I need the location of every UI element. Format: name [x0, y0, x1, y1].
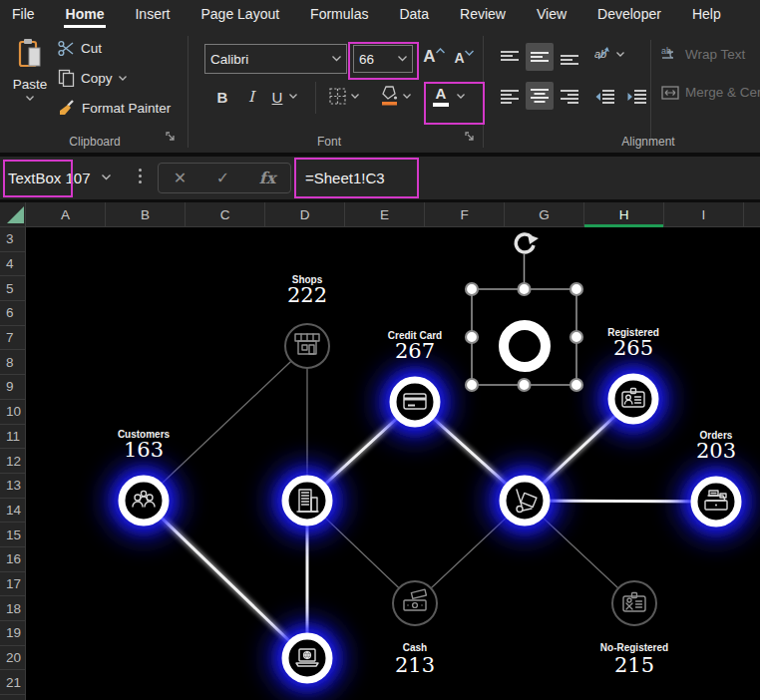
align-right-button[interactable]: [557, 84, 582, 110]
wrap-text-button[interactable]: ab Wrap Text: [661, 46, 745, 62]
font-size-combo[interactable]: 66: [353, 45, 413, 73]
selection-handle[interactable]: [519, 379, 531, 391]
fill-color-button[interactable]: [379, 84, 399, 108]
merge-center-button[interactable]: Merge & Center: [661, 85, 760, 100]
name-box[interactable]: TextBox 107: [8, 157, 91, 199]
orientation-dropdown-icon[interactable]: [616, 52, 624, 57]
row-header-15[interactable]: 15: [0, 523, 26, 547]
row-header-21[interactable]: 21: [0, 670, 26, 695]
node-registered[interactable]: [605, 371, 661, 427]
name-box-dropdown-icon[interactable]: [102, 175, 111, 180]
decrease-indent-button[interactable]: [592, 84, 616, 110]
formula-bar-options-icon[interactable]: [139, 169, 142, 183]
fill-color-dropdown-icon[interactable]: [403, 94, 411, 99]
node-company[interactable]: [279, 473, 335, 528]
font-dialog-launcher-icon[interactable]: [465, 129, 476, 147]
node-online[interactable]: [279, 630, 335, 686]
row-header-16[interactable]: 16: [0, 547, 26, 572]
node-credit_card[interactable]: [387, 374, 443, 430]
increase-font-size-button[interactable]: A: [421, 42, 447, 72]
cut-button[interactable]: Cut: [58, 40, 102, 57]
selection-handle[interactable]: [570, 283, 582, 295]
row-header-13[interactable]: 13: [0, 474, 26, 499]
middle-align-button[interactable]: [526, 43, 554, 71]
selection-handle[interactable]: [466, 331, 478, 343]
font-size-dropdown-icon[interactable]: [398, 56, 407, 62]
orientation-button[interactable]: ab: [594, 46, 624, 62]
row-header-10[interactable]: 10: [0, 400, 26, 425]
selection-handle[interactable]: [570, 379, 582, 391]
column-header-F[interactable]: F: [425, 202, 505, 226]
rotate-handle-icon[interactable]: [516, 234, 539, 252]
row-header-7[interactable]: 7: [0, 326, 26, 351]
paste-dropdown-icon[interactable]: [26, 96, 34, 101]
font-name-dropdown-icon[interactable]: [332, 56, 341, 62]
tab-insert[interactable]: Insert: [135, 6, 170, 22]
row-header-9[interactable]: 9: [0, 375, 26, 400]
paste-button[interactable]: Paste: [8, 38, 52, 134]
tab-home[interactable]: Home: [66, 6, 105, 22]
node-orders[interactable]: [688, 474, 744, 529]
borders-button[interactable]: [327, 86, 347, 106]
tab-data[interactable]: Data: [399, 6, 429, 22]
clipboard-dialog-launcher-icon[interactable]: [166, 129, 177, 147]
row-header-22[interactable]: 22: [0, 695, 26, 700]
tab-file[interactable]: File: [12, 6, 35, 22]
column-header-E[interactable]: E: [345, 202, 425, 226]
chart-canvas[interactable]: Shops222Credit Card267Registered265Custo…: [26, 227, 760, 700]
font-color-dropdown-icon[interactable]: [457, 94, 465, 99]
underline-button[interactable]: U: [267, 84, 287, 110]
column-header-H[interactable]: H: [584, 202, 664, 226]
selection-handle[interactable]: [570, 331, 582, 343]
align-center-button[interactable]: [526, 82, 554, 110]
font-color-button[interactable]: A: [431, 82, 451, 110]
row-header-19[interactable]: 19: [0, 621, 26, 646]
selection-handle[interactable]: [466, 379, 478, 391]
align-left-button[interactable]: [497, 84, 523, 110]
increase-indent-button[interactable]: [624, 84, 648, 110]
column-header-A[interactable]: A: [26, 202, 106, 226]
row-header-12[interactable]: 12: [0, 449, 26, 474]
cancel-button[interactable]: ✕: [174, 169, 187, 187]
node-delivery[interactable]: [497, 473, 553, 528]
row-header-3[interactable]: 3: [0, 227, 26, 252]
column-header-D[interactable]: D: [265, 202, 345, 226]
copy-dropdown-icon[interactable]: [119, 76, 127, 81]
enter-button[interactable]: ✓: [216, 169, 229, 187]
row-header-6[interactable]: 6: [0, 301, 26, 326]
node-customers[interactable]: [116, 473, 172, 528]
tab-help[interactable]: Help: [692, 6, 721, 22]
bottom-align-button[interactable]: [557, 45, 582, 71]
tab-formulas[interactable]: Formulas: [310, 6, 368, 22]
column-header-C[interactable]: C: [186, 202, 265, 226]
selection-handle[interactable]: [466, 283, 478, 295]
underline-dropdown-icon[interactable]: [289, 94, 297, 99]
column-header-B[interactable]: B: [106, 202, 186, 226]
node-shops[interactable]: [285, 324, 329, 368]
top-align-button[interactable]: [497, 45, 523, 71]
selection-handle[interactable]: [519, 283, 531, 295]
format-painter-button[interactable]: Format Painter: [58, 99, 171, 117]
row-header-17[interactable]: 17: [0, 572, 26, 597]
italic-button[interactable]: I: [241, 84, 261, 110]
tab-review[interactable]: Review: [460, 6, 506, 22]
font-name-combo[interactable]: Calibri: [204, 44, 347, 74]
tab-developer[interactable]: Developer: [597, 6, 661, 22]
tab-view[interactable]: View: [537, 6, 567, 22]
borders-dropdown-icon[interactable]: [351, 94, 359, 99]
insert-function-button[interactable]: fx: [259, 169, 275, 187]
row-header-11[interactable]: 11: [0, 425, 26, 450]
bold-button[interactable]: B: [211, 84, 233, 110]
copy-button[interactable]: Copy: [58, 69, 127, 87]
tab-page-layout[interactable]: Page Layout: [200, 6, 279, 22]
row-header-5[interactable]: 5: [0, 276, 26, 301]
row-header-4[interactable]: 4: [0, 252, 26, 277]
column-header-I[interactable]: I: [664, 202, 744, 226]
row-header-8[interactable]: 8: [0, 350, 26, 375]
node-no_registered[interactable]: [612, 581, 656, 625]
row-header-20[interactable]: 20: [0, 646, 26, 671]
formula-input[interactable]: =Sheet1!C3: [305, 157, 385, 199]
node-cash[interactable]: [393, 581, 437, 625]
row-header-18[interactable]: 18: [0, 596, 26, 621]
column-header-G[interactable]: G: [505, 202, 584, 226]
